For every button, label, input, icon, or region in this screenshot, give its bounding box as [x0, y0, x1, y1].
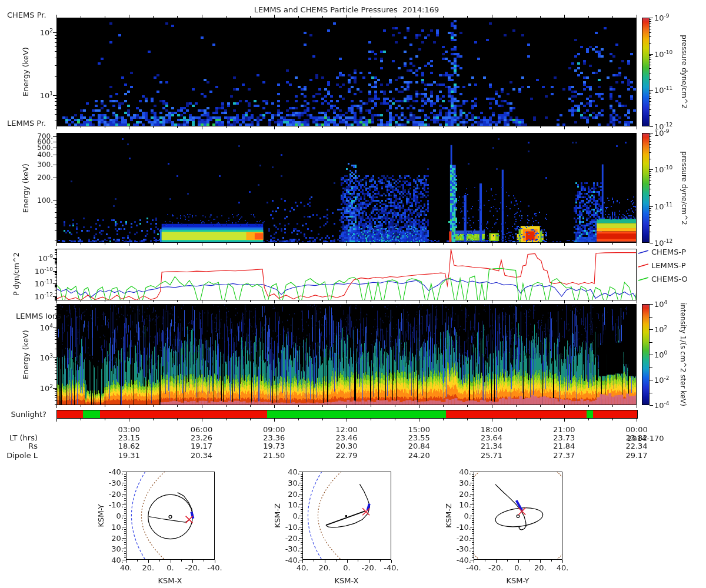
orbit-y-tick: -40.	[285, 556, 300, 564]
colorbar3-tick: 102	[654, 325, 667, 333]
panel-label-chems: CHEMS Pr.	[7, 11, 46, 19]
colorbar1-tick: 10-11	[654, 86, 672, 94]
orbit-y-tick: 40.	[111, 556, 124, 564]
orbit2-x-axis-title: KSM-X	[335, 577, 359, 584]
lthrs-value: 23.55	[408, 434, 430, 442]
pressure-y-tick: 10-9	[38, 254, 53, 262]
rs-value: 19.73	[263, 442, 285, 450]
orbit-y-tick: -20.	[285, 534, 300, 542]
time-tick-label: 21:00	[553, 426, 575, 433]
orbit-x-tick: 40.	[557, 564, 569, 572]
dipolel-value: 19.31	[118, 452, 140, 459]
y-axis-title-lemms: Energy (keV)	[22, 163, 29, 213]
colorbar2-tick: 10-12	[654, 239, 672, 247]
orbit-x-tick: 0.	[343, 564, 350, 572]
rs-value: 21.34	[481, 442, 502, 450]
pressure-y-tick: 10-11	[35, 279, 53, 288]
ions-y-tick: 103	[40, 353, 53, 362]
orbit3-y-axis-title: KSM-Z	[445, 503, 452, 528]
orbit-y-tick: 10.	[459, 501, 471, 509]
orbit-x-tick: 40.	[297, 564, 309, 572]
rs-value: 20.84	[408, 442, 430, 450]
time-tick-label: 18:00	[481, 426, 502, 433]
orbit-x-tick: -20.	[488, 564, 503, 572]
sunlight-label: Sunlight?	[11, 410, 46, 418]
orbit-y-tick: 10.	[111, 523, 124, 530]
sunlight-bar	[56, 410, 638, 419]
orbit-y-tick: 20.	[459, 490, 471, 497]
orbit-y-tick: -40.	[457, 556, 471, 564]
panel-label-ions: LEMMS Ions	[16, 312, 61, 320]
lemms-y-tick: 200.	[37, 174, 53, 181]
chems-y-tick: 101	[40, 91, 53, 99]
orbit-y-tick: 0.	[293, 512, 300, 520]
time-tick-label: 09:00	[263, 426, 285, 433]
sunlight-segment-yes	[587, 410, 593, 418]
y-axis-title-ions: Energy (keV)	[22, 330, 29, 379]
colorbar3-tick: 10-4	[654, 401, 670, 409]
orbit-x-tick: -40.	[466, 564, 481, 572]
sunlight-segment-yes	[83, 410, 100, 418]
lemms-y-tick: 500.	[37, 144, 53, 151]
sunlight-segment-no	[57, 410, 83, 418]
orbit-y-tick: 40.	[459, 468, 471, 476]
lthrs-value: 23.26	[191, 434, 212, 442]
colorbar3-tick: 10-2	[654, 376, 670, 384]
row-label-dipole: Dipole L	[6, 452, 38, 459]
sunlight-segment-yes	[267, 410, 447, 418]
colorbar1-tick: 10-9	[654, 14, 670, 22]
rs-value: 18.62	[118, 442, 140, 450]
y-axis-title-pressure: P dyn/cm^2	[13, 252, 20, 295]
sunlight-segment-no	[593, 410, 637, 418]
orbit-y-tick: -10.	[457, 523, 471, 530]
rs-value: 20.30	[335, 442, 357, 450]
colorbar-title-1: pressure dyne/cm^2	[681, 35, 688, 108]
legend-item-lemms-p: LEMMS-P	[651, 262, 686, 269]
rs-value: 21.84	[553, 442, 575, 450]
orbit-y-tick: 20.	[288, 490, 300, 497]
pressure-y-tick: 10-10	[35, 267, 53, 275]
ions-y-tick: 102	[40, 384, 53, 392]
colorbar2-tick: 10-10	[654, 165, 672, 173]
orbit-x-tick: 20.	[318, 564, 331, 572]
orbit-x-tick: 40.	[120, 564, 132, 572]
dipolel-value: 29.17	[625, 452, 647, 459]
dipolel-value: 27.37	[553, 452, 575, 459]
orbit-y-tick: -20.	[457, 534, 471, 542]
orbit-y-tick: 20.	[111, 534, 124, 542]
orbit-x-tick: -40.	[207, 564, 222, 572]
sunlight-segment-no	[446, 410, 586, 418]
time-tick-label: 00:00	[625, 426, 647, 433]
orbit-x-tick: -20.	[362, 564, 377, 572]
orbit-y-tick: 30.	[459, 479, 471, 486]
orbit-y-tick: 10.	[288, 501, 300, 509]
lemms-y-tick: 400.	[37, 151, 53, 158]
legend-item-chems-o: CHEMS-O	[651, 275, 688, 283]
dipolel-value: 22.79	[335, 452, 357, 459]
lthrs-value: 23.36	[263, 434, 285, 442]
orbit1-y-axis-title: KSM-Y	[97, 504, 105, 527]
orbit-y-tick: 30.	[111, 545, 124, 553]
rs-value: 22.34	[625, 442, 647, 450]
lthrs-value: 23.73	[553, 434, 575, 442]
orbit-x-tick: 20.	[534, 564, 547, 572]
figure: LEMMS and CHEMS Particle Pressures 2014:…	[0, 0, 706, 588]
lemms-y-tick: 100.	[37, 197, 53, 204]
orbit-y-tick: -30.	[109, 479, 124, 486]
colorbar2-tick: 10-9	[654, 129, 670, 137]
orbit-y-tick: 0.	[464, 512, 471, 520]
rs-value: 19.17	[191, 442, 212, 450]
orbit-x-tick: -40.	[384, 564, 398, 572]
orbit-x-tick: -20.	[185, 564, 200, 572]
time-tick-label: 03:00	[118, 426, 140, 433]
dipolel-value: 25.71	[481, 452, 502, 459]
sunlight-segment-no	[100, 410, 267, 418]
colorbar3-tick: 104	[654, 300, 667, 308]
plot-canvas	[0, 0, 706, 588]
lthrs-value: 23.82	[625, 434, 647, 442]
dipolel-value: 20.34	[191, 452, 212, 459]
colorbar2-tick: 10-11	[654, 202, 672, 210]
orbit2-y-axis-title: KSM-Z	[274, 503, 281, 528]
orbit3-x-axis-title: KSM-Y	[506, 577, 529, 584]
orbit-y-tick: -10.	[285, 523, 300, 530]
